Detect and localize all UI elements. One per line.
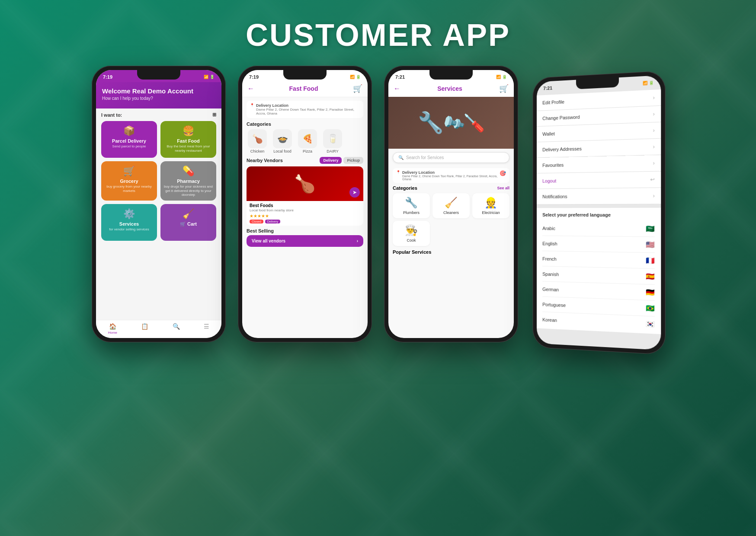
delivery-addresses-item[interactable]: Delivery Addresses › xyxy=(537,139,661,158)
cleaners-icon: 🧹 xyxy=(445,197,458,209)
services-hero-image: 🔧 🔩 🪛 xyxy=(388,97,514,149)
services-categories-label: Categories xyxy=(393,185,417,191)
cook-icon: 👨‍🍳 xyxy=(405,224,418,236)
pickup-tab[interactable]: Pickup xyxy=(343,157,363,164)
korean-label: Korean xyxy=(542,317,557,322)
portuguese-label: Portuguese xyxy=(542,302,566,308)
services-content: 📍 Delivery Location Dame Pillar 2, Ohene… xyxy=(388,166,514,256)
dairy-cat[interactable]: 🥛 DAIRY xyxy=(322,129,343,153)
food-badges: Closed Delivery xyxy=(250,220,360,223)
location-target-icon[interactable]: 🎯 xyxy=(500,170,506,176)
popular-services-label: Popular Services xyxy=(393,249,509,255)
wallet-chevron: › xyxy=(653,127,655,133)
fast-food-header: ← Fast Food 🛒 xyxy=(242,82,368,97)
status-icons-4: 📶 🔋 xyxy=(643,80,653,86)
plumbers-cat[interactable]: 🔧 Plumbers xyxy=(393,193,430,218)
grocery-title: Grocery xyxy=(120,179,138,184)
cart-icon[interactable]: 🛒 xyxy=(353,84,362,93)
chicken-cat[interactable]: 🍗 Chicken xyxy=(247,129,268,153)
cook-cat[interactable]: 👨‍🍳 Cook xyxy=(393,221,430,246)
phones-container: 7:19 📶 🔋 Welcome Real Demo Account How c… xyxy=(92,66,664,351)
bottom-nav: 🏠 Home 📋 🔍 ☰ xyxy=(96,320,221,338)
services-title: Services xyxy=(437,85,462,92)
nav-home-label: Home xyxy=(108,331,117,335)
best-selling-label: Best Selling xyxy=(247,228,274,233)
favourites-chevron: › xyxy=(653,160,655,166)
back-arrow-icon[interactable]: ← xyxy=(247,85,254,93)
parcel-delivery-card[interactable]: 📦 Parcel Delivery Send parcel to people xyxy=(101,121,157,158)
grocery-icon: 🛒 xyxy=(123,166,135,177)
korean-flag: 🇰🇷 xyxy=(646,320,655,329)
nav-orders[interactable]: 📋 xyxy=(141,323,148,335)
services-back-icon[interactable]: ← xyxy=(394,85,400,93)
cleaning-card[interactable]: 🧹 🛒 Cart xyxy=(160,204,216,241)
status-icons-3: 📶 🔋 xyxy=(496,75,507,79)
spanish-flag: 🇪🇸 xyxy=(646,272,655,281)
services-delivery-address: Dame Pillar 2, Ohene Down Taxi Rank, Pil… xyxy=(402,175,498,181)
search-bar[interactable]: 🔍 Search for Services xyxy=(393,152,509,163)
food-categories: 🍗 Chicken 🍲 Local food 🍕 Pizza 🥛 DAIRY xyxy=(247,129,363,153)
fast-food-title: Fast Food xyxy=(177,138,200,144)
food-card[interactable]: 🍗 ➤ Best Foods Local food from nearby st… xyxy=(247,166,363,226)
spanish-label: Spanish xyxy=(542,271,559,277)
local-food-label: Local food xyxy=(273,149,292,153)
closed-badge: Closed xyxy=(250,220,263,223)
pharmacy-desc: buy drugs for your sickness and get it d… xyxy=(164,185,213,197)
english-label: English xyxy=(542,241,557,246)
service-categories: 🔧 Plumbers 🧹 Cleaners 👷 Electrician xyxy=(393,193,509,218)
electrician-cat[interactable]: 👷 Electrician xyxy=(472,193,509,218)
change-password-chevron: › xyxy=(653,111,655,117)
location-pin-icon: 📍 xyxy=(250,103,254,107)
phone-services: 7:21 📶 🔋 ← Services 🛒 🔧 🔩 🪛 🔍 Search for… xyxy=(384,66,518,342)
view-all-vendors-button[interactable]: View all vendors › xyxy=(247,235,363,247)
delivery-location[interactable]: 📍 Delivery Location Dame Pillar 2, Ohene… xyxy=(247,101,363,118)
pizza-cat[interactable]: 🍕 Pizza xyxy=(297,129,318,153)
status-icons-2: 📶 🔋 xyxy=(350,75,361,79)
nav-search[interactable]: 🔍 xyxy=(173,323,180,335)
nearby-label: Nearby Vendors xyxy=(247,158,283,163)
services-cart-icon[interactable]: 🛒 xyxy=(499,84,509,93)
delivery-tab[interactable]: Delivery xyxy=(320,157,342,164)
cleaners-label: Cleaners xyxy=(443,211,459,215)
pharmacy-card[interactable]: 💊 Pharmacy buy drugs for your sickness a… xyxy=(160,161,216,201)
fast-food-icon: 🍔 xyxy=(183,125,194,137)
cook-label: Cook xyxy=(407,238,416,242)
cleaners-cat[interactable]: 🧹 Cleaners xyxy=(432,193,470,218)
pizza-label: Pizza xyxy=(303,149,312,153)
fast-food-card[interactable]: 🍔 Fast Food Buy the best meal from your … xyxy=(160,121,216,158)
phone-home: 7:19 📶 🔋 Welcome Real Demo Account How c… xyxy=(92,66,226,342)
arabic-lang[interactable]: Arabic 🇸🇦 xyxy=(542,221,655,237)
parcel-icon: 📦 xyxy=(123,125,135,137)
delivery-addresses-label: Delivery Addresses xyxy=(542,146,582,152)
notifications-item[interactable]: Notifications › xyxy=(537,188,661,205)
send-icon[interactable]: ➤ xyxy=(349,187,360,198)
parcel-title: Parcel Delivery xyxy=(112,138,146,144)
favourites-label: Favourites xyxy=(542,163,564,168)
service-categories-row2: 👨‍🍳 Cook xyxy=(393,221,509,246)
favourites-item[interactable]: Favourites › xyxy=(537,155,661,174)
services-pin-icon: 📍 xyxy=(396,170,400,174)
services-header: ← Services 🛒 xyxy=(388,82,514,97)
delivery-tabs: Delivery Pickup xyxy=(320,157,363,164)
logout-item[interactable]: Logout ↩ xyxy=(537,172,661,189)
grocery-card[interactable]: 🛒 Grocery buy grocery from your nearby m… xyxy=(101,161,157,201)
nav-home[interactable]: 🏠 Home xyxy=(108,323,117,335)
local-food-cat[interactable]: 🍲 Local food xyxy=(272,129,293,153)
grocery-desc: buy grocery from your nearby markets xyxy=(105,185,154,193)
see-all-link[interactable]: See all xyxy=(497,186,509,190)
plumbers-icon: 🔧 xyxy=(405,197,418,209)
edit-profile-chevron: › xyxy=(653,95,655,101)
phone-settings: 7:21 📶 🔋 Edit Profile › Change Password … xyxy=(533,70,666,355)
french-lang[interactable]: French 🇫🇷 xyxy=(542,251,655,269)
nav-more[interactable]: ☰ xyxy=(204,323,209,335)
electrician-label: Electrician xyxy=(482,211,500,215)
view-all-label: View all vendors xyxy=(252,239,285,243)
home-hero: Welcome Real Demo Account How can I help… xyxy=(96,82,221,108)
english-lang[interactable]: English 🇺🇸 xyxy=(542,236,655,253)
home-content: I want to: ⊞ 📦 Parcel Delivery Send parc… xyxy=(96,108,221,248)
services-card[interactable]: ⚙️ Services for vendor selling services xyxy=(101,204,157,241)
services-delivery-loc[interactable]: 📍 Delivery Location Dame Pillar 2, Ohene… xyxy=(393,168,509,183)
food-name: Best Foods xyxy=(250,203,360,208)
settings-menu: Edit Profile › Change Password › Wallet … xyxy=(537,88,661,207)
services-icon: ⚙️ xyxy=(123,208,135,220)
